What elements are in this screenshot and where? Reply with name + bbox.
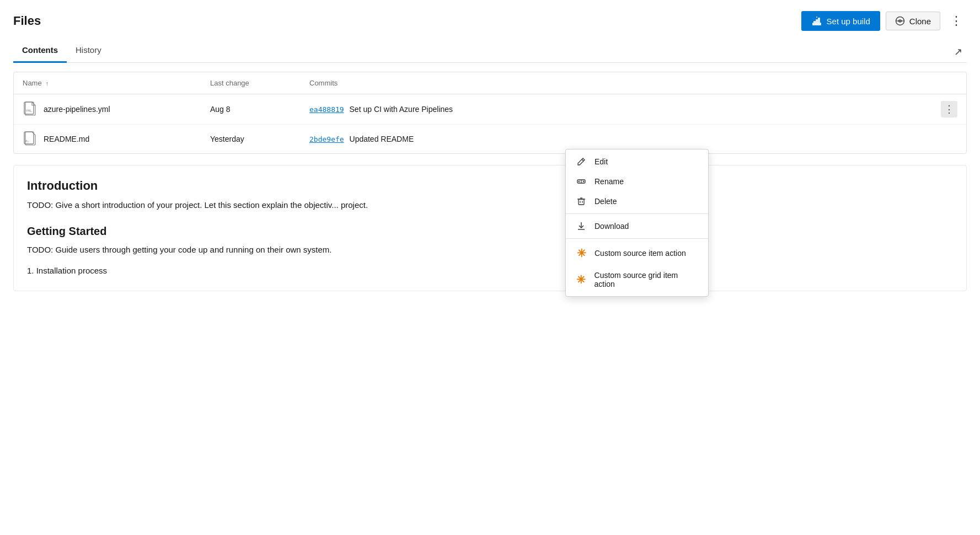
pencil-icon	[576, 157, 587, 166]
yml-icon: YML	[23, 101, 38, 117]
tabs-row: Contents History ↗	[13, 40, 967, 63]
edit-label: Edit	[595, 157, 608, 166]
context-menu: Edit Rename	[565, 149, 709, 297]
page-container: Files Set up build Clone	[0, 0, 980, 535]
context-menu-divider-2	[566, 238, 708, 239]
trash-icon	[576, 197, 587, 206]
filename-readme[interactable]: README.md	[44, 135, 89, 143]
readme-section: Introduction TODO: Give a short introduc…	[13, 165, 967, 291]
row-actions-azure: ⋮	[932, 94, 966, 125]
context-menu-divider-1	[566, 213, 708, 214]
tab-history[interactable]: History	[67, 40, 110, 63]
context-menu-item-custom1[interactable]: ✳ Custom source item action	[566, 241, 708, 265]
getting-started-heading: Getting Started	[27, 225, 953, 238]
setup-build-button[interactable]: Set up build	[801, 11, 880, 31]
context-menu-item-download[interactable]: Download	[566, 216, 708, 236]
expand-icon[interactable]: ↗	[950, 41, 967, 62]
svg-rect-3	[818, 18, 820, 23]
svg-rect-2	[816, 19, 818, 23]
more-actions-button[interactable]: ⋮	[946, 12, 967, 30]
svg-line-10	[582, 159, 583, 161]
intro-text: TODO: Give a short introduction of your …	[27, 199, 953, 212]
commit-hash-azure[interactable]: ea488819	[309, 105, 344, 114]
svg-rect-13	[579, 199, 584, 205]
getting-started-text: TODO: Guide users through getting your c…	[27, 243, 953, 256]
table-row: M↓ README.md Yesterday 2bde9efe Updated …	[14, 125, 966, 154]
commits-azure: ea488819 Set up CI with Azure Pipelines	[301, 94, 932, 125]
custom1-icon: ✳	[576, 247, 587, 260]
md-icon: M↓	[23, 131, 38, 147]
svg-text:YML: YML	[26, 109, 32, 113]
last-change-readme: Yesterday	[201, 125, 301, 154]
commit-msg-readme: Updated README	[350, 135, 414, 143]
custom1-label: Custom source item action	[595, 249, 686, 258]
col-header-commits: Commits	[301, 72, 932, 94]
sort-arrow-icon: ↑	[46, 80, 49, 87]
table-header-row: Name ↑ Last change Commits	[14, 72, 966, 94]
download-label: Download	[595, 222, 629, 231]
clone-icon	[895, 16, 905, 26]
commit-hash-readme[interactable]: 2bde9efe	[309, 135, 344, 143]
row-actions-readme	[932, 125, 966, 154]
page-title: Files	[13, 14, 41, 28]
files-table: Name ↑ Last change Commits	[14, 72, 966, 153]
last-change-azure: Aug 8	[201, 94, 301, 125]
intro-heading: Introduction	[27, 179, 953, 193]
context-menu-item-edit[interactable]: Edit	[566, 152, 708, 172]
filename-azure[interactable]: azure-pipelines.yml	[44, 105, 110, 114]
custom2-label: Custom source grid item action	[595, 271, 698, 288]
rename-icon	[576, 177, 587, 186]
setup-build-label: Set up build	[827, 17, 870, 26]
commit-msg-azure: Set up CI with Azure Pipelines	[350, 105, 453, 114]
files-table-wrapper: Name ↑ Last change Commits	[13, 72, 967, 154]
delete-label: Delete	[595, 197, 617, 206]
clone-label: Clone	[909, 17, 931, 26]
download-icon	[576, 222, 587, 231]
file-name-cell-readme: M↓ README.md	[14, 125, 201, 154]
header-row: Files Set up build Clone	[13, 11, 967, 31]
build-icon	[811, 15, 822, 26]
file-name-cell-azure: YML azure-pipelines.yml	[14, 94, 201, 125]
context-menu-item-custom2[interactable]: ✳ Custom source grid item action	[566, 265, 708, 294]
rename-label: Rename	[595, 177, 624, 186]
custom2-icon: ✳	[576, 273, 587, 286]
clone-button[interactable]: Clone	[886, 12, 940, 30]
svg-rect-1	[813, 21, 816, 23]
context-menu-item-rename[interactable]: Rename	[566, 172, 708, 191]
col-header-actions	[932, 72, 966, 94]
tab-contents[interactable]: Contents	[13, 40, 67, 63]
header-actions: Set up build Clone ⋮	[801, 11, 967, 31]
row-more-button-azure[interactable]: ⋮	[941, 101, 957, 117]
col-header-last-change[interactable]: Last change	[201, 72, 301, 94]
context-menu-item-delete[interactable]: Delete	[566, 191, 708, 211]
table-row: YML azure-pipelines.yml Aug 8 ea488819 S…	[14, 94, 966, 125]
install-heading: 1. Installation process	[27, 264, 953, 277]
svg-text:M↓: M↓	[25, 140, 29, 143]
col-header-name[interactable]: Name ↑	[14, 72, 201, 94]
